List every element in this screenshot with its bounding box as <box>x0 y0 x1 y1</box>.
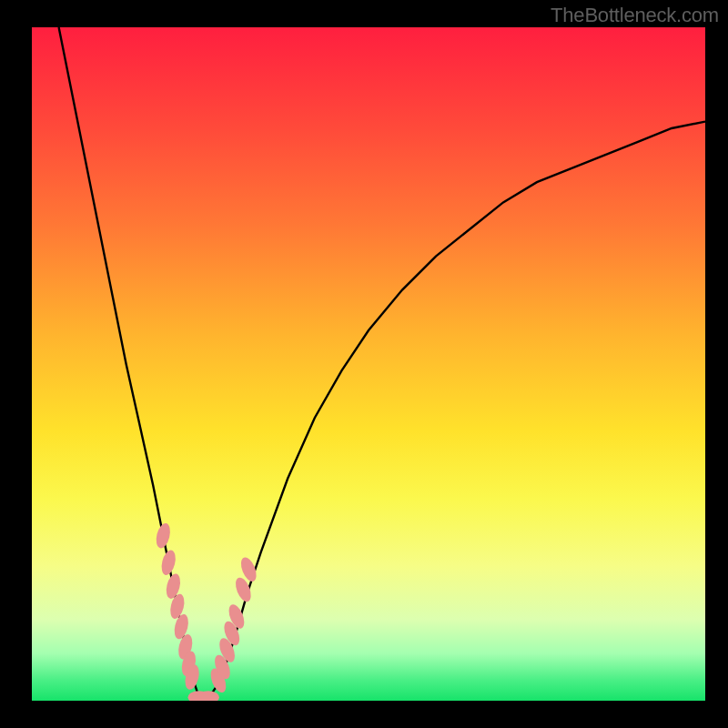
bottleneck-curve <box>59 27 705 701</box>
highlight-markers-bottom <box>188 691 219 701</box>
curve-marker <box>154 521 172 550</box>
chart-frame: TheBottleneck.com <box>0 0 728 728</box>
curve-marker <box>159 549 177 577</box>
highlight-markers-right <box>207 555 259 694</box>
watermark-label: TheBottleneck.com <box>551 4 719 27</box>
plot-area <box>32 27 705 701</box>
highlight-markers-left <box>154 521 201 691</box>
curve-path <box>59 27 705 701</box>
chart-svg <box>32 27 705 701</box>
